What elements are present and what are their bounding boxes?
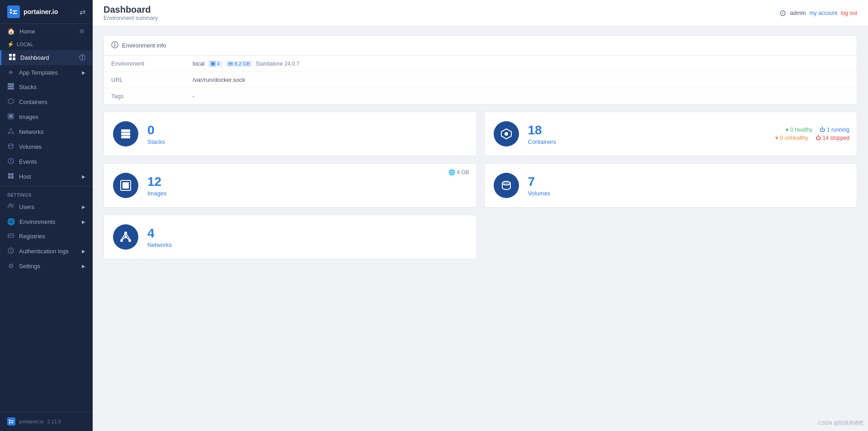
images-size-icon: 🌐 bbox=[448, 169, 455, 175]
running-icon: ⏻ bbox=[820, 127, 825, 133]
sidebar-item-stacks[interactable]: Stacks bbox=[0, 80, 93, 95]
svg-rect-53 bbox=[123, 182, 129, 189]
sidebar-item-volumes-label: Volumes bbox=[19, 143, 42, 150]
sidebar: portainer.io ⇄ 🏠 Home ⊞ ⚡ LOCAL Dashboar… bbox=[0, 0, 93, 431]
bolt-icon: ⚡ bbox=[7, 41, 14, 47]
stacks-count: 0 bbox=[147, 123, 165, 137]
svg-rect-13 bbox=[8, 83, 14, 85]
sidebar-item-home[interactable]: 🏠 Home ⊞ bbox=[0, 24, 93, 38]
containers-icon-circle bbox=[494, 121, 519, 147]
env-row-tags: Tags - bbox=[104, 88, 857, 104]
networks-count: 4 bbox=[147, 226, 172, 241]
svg-rect-12 bbox=[82, 58, 83, 59]
sidebar-item-events[interactable]: Events bbox=[0, 154, 93, 169]
env-mem-badge: 8.2 GB bbox=[225, 61, 253, 67]
sidebar-item-environments-label: Environments bbox=[19, 218, 55, 225]
sidebar-item-dashboard-label: Dashboard bbox=[20, 54, 49, 61]
sidebar-item-containers-label: Containers bbox=[19, 99, 47, 105]
svg-line-22 bbox=[11, 130, 13, 133]
watermark: CSDN @陪我养猪吧 bbox=[818, 420, 863, 426]
environments-expand-icon: ▶ bbox=[82, 219, 85, 224]
svg-rect-2 bbox=[10, 12, 12, 14]
sidebar-item-containers[interactable]: Containers bbox=[0, 95, 93, 109]
sidebar-item-registries[interactable]: Registries bbox=[0, 229, 93, 244]
networks-icon-circle bbox=[113, 224, 138, 250]
svg-point-55 bbox=[120, 239, 123, 242]
topbar-right: ⊙ admin my account log out bbox=[779, 8, 857, 18]
env-value-tags: - bbox=[185, 88, 857, 104]
env-label-tags: Tags bbox=[104, 88, 185, 104]
env-row-url: URL /var/run/docker.sock bbox=[104, 72, 857, 88]
volumes-stat-info: 7 Volumes bbox=[528, 175, 551, 197]
env-value-environment: local 4 8.2 GB Standalone 24.0.7 bbox=[185, 56, 857, 72]
sidebar-item-environments[interactable]: 🌐 Environments ▶ bbox=[0, 214, 93, 229]
users-expand-icon: ▶ bbox=[82, 204, 85, 209]
env-label-url: URL bbox=[104, 72, 185, 88]
sidebar-item-networks-label: Networks bbox=[19, 128, 43, 135]
networks-card[interactable]: 4 Networks bbox=[104, 215, 477, 259]
main-content: Dashboard Environment summary ⊙ admin my… bbox=[93, 0, 868, 431]
stacks-card[interactable]: 0 Stacks bbox=[104, 112, 477, 156]
env-info-card: Environment info Environment local 4 bbox=[104, 35, 857, 104]
svg-rect-44 bbox=[114, 44, 115, 47]
stacks-icon-circle bbox=[113, 121, 138, 147]
containers-count: 18 bbox=[528, 123, 557, 137]
stacks-stat-info: 0 Stacks bbox=[147, 123, 165, 145]
sidebar-item-users[interactable]: Users ▶ bbox=[0, 199, 93, 214]
svg-rect-36 bbox=[7, 417, 15, 426]
sidebar-item-auth-logs-label: Authentication logs bbox=[19, 248, 69, 255]
sidebar-item-events-label: Events bbox=[19, 158, 37, 165]
topbar-left: Dashboard Environment summary bbox=[104, 5, 158, 21]
containers-healthy-row: ♥ 0 healthy ⏻ 1 running bbox=[785, 127, 849, 133]
sidebar-item-volumes[interactable]: Volumes bbox=[0, 139, 93, 154]
svg-rect-11 bbox=[82, 56, 83, 58]
volumes-card[interactable]: 7 Volumes bbox=[484, 163, 858, 208]
user-icon: ⊙ bbox=[779, 8, 786, 18]
env-value-url: /var/run/docker.sock bbox=[185, 72, 857, 88]
settings-expand-icon: ▶ bbox=[82, 264, 85, 269]
env-info-icon bbox=[111, 41, 118, 50]
stats-grid: 0 Stacks 12 Images 🌐 4 GB bbox=[104, 112, 857, 259]
svg-rect-27 bbox=[11, 173, 14, 176]
svg-rect-32 bbox=[8, 234, 14, 237]
sidebar-item-images[interactable]: Images bbox=[0, 109, 93, 124]
svg-rect-43 bbox=[114, 43, 115, 44]
sidebar-item-settings[interactable]: ⚙ Settings ▶ bbox=[0, 259, 93, 273]
unhealthy-heart-icon: ♥ bbox=[775, 135, 778, 141]
containers-card[interactable]: 18 Containers ♥ 0 healthy ⏻ 1 running ♥ … bbox=[484, 112, 858, 156]
sidebar-item-app-templates[interactable]: ✈ App Templates ▶ bbox=[0, 65, 93, 80]
sidebar-item-networks[interactable]: Networks bbox=[0, 124, 93, 139]
svg-rect-38 bbox=[9, 422, 10, 423]
networks-label: Networks bbox=[147, 242, 172, 248]
svg-rect-8 bbox=[9, 57, 12, 60]
svg-rect-51 bbox=[121, 136, 130, 138]
home-icon: 🏠 bbox=[7, 28, 15, 35]
auth-logs-expand-icon: ▶ bbox=[82, 249, 85, 254]
settings-section-label: SETTINGS bbox=[0, 188, 93, 199]
auth-logs-icon bbox=[7, 247, 14, 255]
sidebar-item-host-label: Host bbox=[19, 173, 31, 180]
svg-point-30 bbox=[9, 204, 11, 206]
sidebar-item-auth-logs[interactable]: Authentication logs ▶ bbox=[0, 244, 93, 259]
my-account-link[interactable]: my account bbox=[810, 10, 837, 16]
sidebar-item-dashboard[interactable]: Dashboard bbox=[0, 50, 93, 65]
svg-rect-0 bbox=[7, 5, 20, 18]
app-templates-icon: ✈ bbox=[7, 69, 14, 76]
sidebar-item-host[interactable]: Host ▶ bbox=[0, 169, 93, 184]
svg-rect-29 bbox=[11, 176, 14, 179]
images-card[interactable]: 12 Images 🌐 4 GB bbox=[104, 163, 477, 208]
sidebar-item-app-templates-label: App Templates bbox=[19, 69, 58, 76]
images-icon bbox=[7, 113, 14, 121]
containers-label: Containers bbox=[528, 138, 557, 145]
sidebar-item-images-label: Images bbox=[19, 114, 38, 120]
users-icon bbox=[7, 203, 14, 211]
sidebar-logo: portainer.io ⇄ bbox=[0, 0, 93, 24]
sidebar-bottom-logo-text: portainer.io bbox=[19, 419, 43, 424]
environments-icon: 🌐 bbox=[7, 218, 15, 225]
content-area: Environment info Environment local 4 bbox=[93, 26, 868, 268]
log-out-link[interactable]: log out bbox=[841, 10, 857, 16]
sidebar-swap-icon[interactable]: ⇄ bbox=[80, 8, 85, 16]
topbar: Dashboard Environment summary ⊙ admin my… bbox=[93, 0, 868, 26]
svg-rect-15 bbox=[8, 88, 14, 90]
containers-icon bbox=[7, 98, 14, 106]
